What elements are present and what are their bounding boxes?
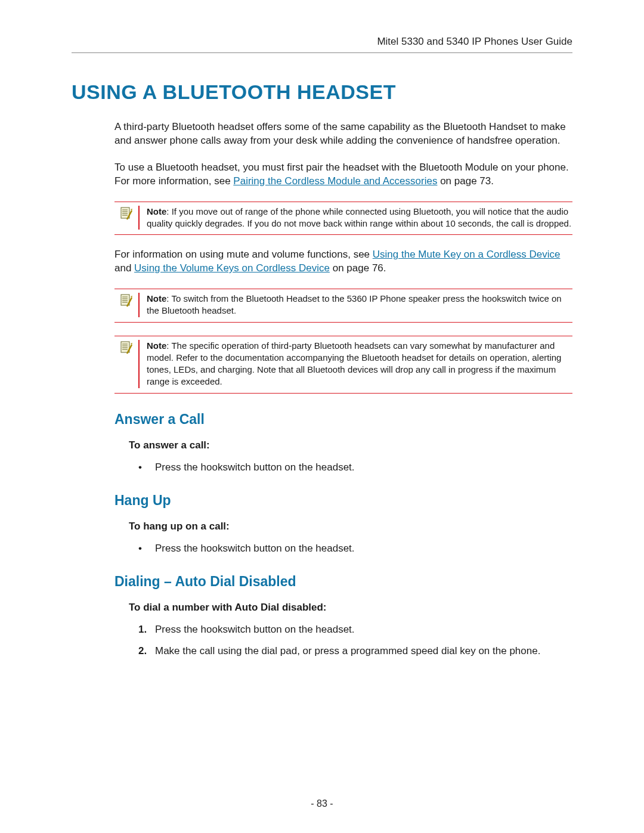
step-text: Press the hookswitch button on the heads…	[155, 623, 572, 637]
note-block-thirdparty: Note: The specific operation of third-pa…	[114, 336, 572, 394]
note-block-hookswitch: Note: To switch from the Bluetooth Heads…	[114, 289, 572, 323]
note-icon-cell	[114, 206, 140, 230]
note-text: Note: The specific operation of third-pa…	[140, 340, 572, 388]
text-span: and	[114, 262, 134, 274]
section-heading-hangup: Hang Up	[114, 493, 572, 509]
bullet-marker: •	[138, 461, 155, 475]
bullet-marker: •	[138, 542, 155, 556]
text-span: For information on using mute and volume…	[114, 249, 373, 260]
pairing-link[interactable]: Pairing the Cordless Module and Accessor…	[233, 175, 437, 187]
number-marker: 1.	[138, 623, 155, 637]
bullet-text: Press the hookswitch button on the heads…	[155, 542, 572, 556]
intro-paragraph-2: To use a Bluetooth headset, you must fir…	[114, 161, 572, 188]
note-text: Note: To switch from the Bluetooth Heads…	[140, 293, 572, 317]
note-icon-cell	[114, 293, 140, 317]
mute-paragraph: For information on using mute and volume…	[114, 248, 572, 275]
volume-keys-link[interactable]: Using the Volume Keys on Cordless Device	[134, 262, 330, 274]
section-heading-answer: Answer a Call	[114, 411, 572, 428]
note-icon	[120, 294, 132, 309]
note-body: : To switch from the Bluetooth Headset t…	[147, 293, 562, 315]
note-body: : The specific operation of third-party …	[147, 340, 561, 387]
intro-paragraph-1: A third-party Bluetooth headset offers s…	[114, 120, 572, 148]
page-number: - 83 -	[0, 798, 644, 809]
note-label: Note	[147, 293, 166, 304]
note-block-range: Note: If you move out of range of the ph…	[114, 202, 572, 236]
note-icon	[120, 341, 132, 356]
note-icon	[120, 207, 132, 222]
bullet-item: • Press the hookswitch button on the hea…	[138, 461, 572, 475]
number-marker: 2.	[138, 645, 155, 658]
subhead-answer: To answer a call:	[129, 439, 572, 451]
bullet-text: Press the hookswitch button on the heads…	[155, 461, 572, 475]
mute-key-link[interactable]: Using the Mute Key on a Cordless Device	[373, 249, 561, 260]
note-label: Note	[147, 340, 166, 351]
note-icon-cell	[114, 340, 140, 388]
subhead-dialing: To dial a number with Auto Dial disabled…	[129, 602, 572, 614]
page-heading: USING A BLUETOOTH HEADSET	[72, 80, 572, 104]
bullet-item: • Press the hookswitch button on the hea…	[138, 542, 572, 556]
page: Mitel 5330 and 5340 IP Phones User Guide…	[0, 0, 644, 833]
note-body: : If you move out of range of the phone …	[147, 206, 571, 228]
numbered-item: 1. Press the hookswitch button on the he…	[138, 623, 572, 637]
text-span: on page 76.	[330, 262, 386, 274]
note-label: Note	[147, 206, 166, 216]
note-text: Note: If you move out of range of the ph…	[140, 206, 572, 230]
section-heading-dialing: Dialing – Auto Dial Disabled	[114, 574, 572, 590]
text-span: on page 73.	[437, 175, 494, 187]
subhead-hangup: To hang up on a call:	[129, 521, 572, 532]
numbered-item: 2. Make the call using the dial pad, or …	[138, 645, 572, 658]
header-doc-title: Mitel 5330 and 5340 IP Phones User Guide	[72, 36, 572, 53]
step-text: Make the call using the dial pad, or pre…	[155, 645, 572, 658]
body-column: A third-party Bluetooth headset offers s…	[114, 120, 572, 658]
